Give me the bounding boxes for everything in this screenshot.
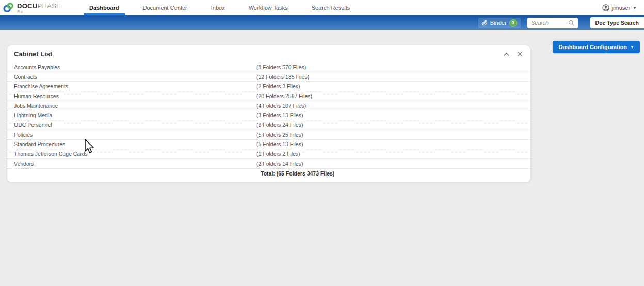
cabinet-count: (12 Folders 135 Files)	[256, 74, 309, 80]
user-caret-icon: ▼	[633, 6, 637, 10]
tab-search-results[interactable]: Search Results	[300, 0, 362, 15]
doc-type-search-button[interactable]: Doc Type Search	[590, 17, 644, 28]
tab-inbox[interactable]: Inbox	[199, 0, 237, 15]
dashboard-configuration-button[interactable]: Dashboard Configuration ▼	[553, 41, 640, 53]
cabinet-row[interactable]: Policies (5 Folders 25 Files)	[7, 130, 530, 140]
cabinet-row[interactable]: Jobs Maintenance (4 Folders 107 Files)	[7, 101, 530, 111]
user-icon	[602, 4, 609, 11]
cabinet-name: Jobs Maintenance	[7, 103, 256, 109]
cabinet-name: Contracts	[7, 74, 256, 80]
cabinet-list-rows: Accounts Payables (8 Folders 570 Files) …	[7, 62, 530, 169]
collapse-panel-button[interactable]	[503, 52, 510, 57]
docuphase-logo-icon	[3, 2, 14, 13]
binder-button[interactable]: Binder 0	[478, 18, 521, 28]
dashboard-configuration-label: Dashboard Configuration	[558, 44, 627, 50]
config-caret-icon: ▼	[630, 45, 634, 50]
panel-actions	[503, 51, 523, 57]
cabinet-row[interactable]: Contracts (12 Folders 135 Files)	[7, 72, 530, 82]
cabinet-count: (2 Folders 14 Files)	[256, 161, 303, 167]
cabinet-row[interactable]: Lightning Media (3 Folders 13 Files)	[7, 110, 530, 120]
cabinet-name: Thomas Jefferson Cage Cards	[7, 151, 256, 157]
user-name: jimuser	[612, 5, 630, 11]
cabinet-count: (3 Folders 24 Files)	[256, 122, 303, 128]
cabinet-name: Vendors	[7, 161, 256, 167]
cabinet-count: (1 Folders 2 Files)	[256, 151, 300, 157]
binder-label: Binder	[490, 20, 507, 26]
cabinet-name: Policies	[7, 132, 256, 138]
nav-tabs: Dashboard Document Center Inbox Workflow…	[77, 0, 362, 15]
user-menu[interactable]: jimuser ▼	[602, 0, 644, 15]
cabinet-name: Human Resources	[7, 93, 256, 99]
cabinet-row[interactable]: ODC Personnel (3 Folders 24 Files)	[7, 120, 530, 130]
cabinet-row[interactable]: Vendors (2 Folders 14 Files)	[7, 159, 530, 169]
cabinet-count: (2 Folders 3 Files)	[256, 83, 300, 89]
cabinet-count: (3 Folders 13 Files)	[256, 112, 303, 118]
brand-logo[interactable]: DOCUPHASE Pro	[0, 0, 66, 15]
brand-name-bold: DOCU	[17, 2, 37, 10]
cabinet-name: Accounts Payables	[7, 64, 256, 70]
tab-dashboard[interactable]: Dashboard	[77, 0, 131, 15]
cabinet-row[interactable]: Human Resources (20 Folders 2567 Files)	[7, 91, 530, 101]
cabinet-name: Franchise Agreements	[7, 83, 256, 89]
cabinet-count: (5 Folders 25 Files)	[256, 132, 303, 138]
brand-sub-label: Pro	[17, 10, 61, 13]
cabinet-count: (8 Folders 570 Files)	[256, 64, 306, 70]
brand-text: DOCUPHASE Pro	[17, 3, 61, 13]
cabinet-list-panel: Cabinet List Accounts Payables (8 Folder…	[7, 45, 530, 182]
top-nav: DOCUPHASE Pro Dashboard Document Center …	[0, 0, 644, 15]
cabinet-row[interactable]: Standard Procedures (5 Folders 13 Files)	[7, 140, 530, 150]
tab-workflow-tasks[interactable]: Workflow Tasks	[237, 0, 300, 15]
search-icon[interactable]	[568, 20, 575, 26]
cabinet-count: (4 Folders 107 Files)	[256, 103, 306, 109]
cabinet-name: Lightning Media	[7, 112, 256, 118]
toolbar-search	[527, 18, 578, 28]
cabinet-count: (5 Folders 13 Files)	[256, 141, 303, 147]
panel-title: Cabinet List	[14, 50, 52, 58]
cabinet-row[interactable]: Accounts Payables (8 Folders 570 Files)	[7, 62, 530, 72]
binder-count-badge: 0	[509, 19, 517, 27]
cabinet-list-header: Cabinet List	[7, 45, 530, 62]
blue-toolbar: Binder 0 Doc Type Search	[0, 15, 644, 30]
cabinet-name: ODC Personnel	[7, 122, 256, 128]
main-content: Dashboard Configuration ▼ Cabinet List	[0, 30, 644, 286]
chevron-up-icon	[503, 52, 510, 57]
paperclip-icon	[482, 20, 488, 26]
close-panel-button[interactable]	[517, 51, 523, 57]
cabinet-row[interactable]: Thomas Jefferson Cage Cards (1 Folders 2…	[7, 149, 530, 159]
cabinet-row[interactable]: Franchise Agreements (2 Folders 3 Files)	[7, 82, 530, 91]
close-icon	[517, 51, 523, 57]
cabinet-name: Standard Procedures	[7, 141, 256, 147]
tab-document-center[interactable]: Document Center	[131, 0, 199, 15]
total-label: Total: (65 Folders 3473 Files)	[256, 170, 334, 177]
total-row: Total: (65 Folders 3473 Files)	[7, 169, 530, 179]
cabinet-count: (20 Folders 2567 Files)	[256, 93, 312, 99]
brand-name-light: PHASE	[37, 2, 61, 10]
